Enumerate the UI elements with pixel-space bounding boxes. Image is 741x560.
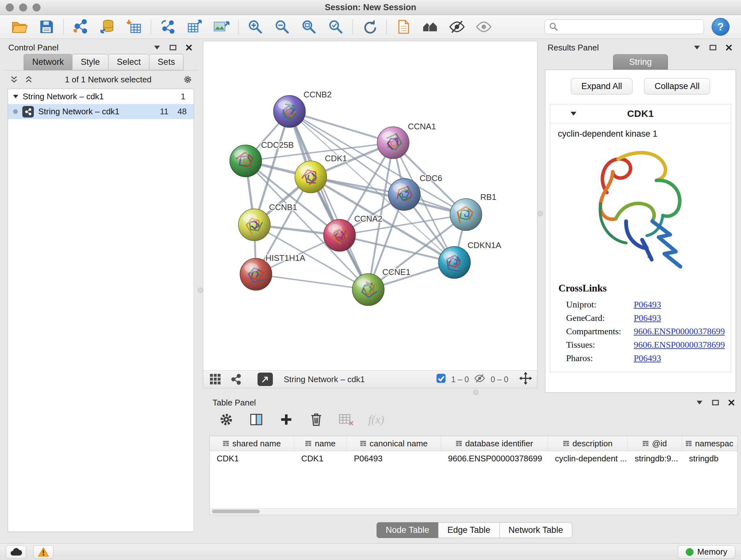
zoom-selected-button[interactable]: [322, 17, 349, 37]
cell-id[interactable]: stringdb:9...: [628, 451, 682, 466]
table-horizontal-scrollbar[interactable]: [210, 508, 737, 514]
gene-section-header[interactable]: CDK1: [550, 105, 731, 123]
tab-node-table[interactable]: Node Table: [377, 522, 439, 538]
warnings-button[interactable]: [33, 545, 54, 559]
network-node-CCNB1[interactable]: CCNB1: [239, 202, 297, 241]
bottom-splitter-handle[interactable]: [473, 390, 478, 395]
collapse-all-button[interactable]: Collapse All: [644, 78, 710, 95]
collection-expand-icon[interactable]: [13, 95, 18, 98]
export-image-button[interactable]: [208, 17, 235, 37]
maximize-window-button[interactable]: [32, 3, 41, 11]
home-button[interactable]: [417, 17, 444, 37]
crosslink-value[interactable]: P06493: [634, 313, 661, 323]
column-header-namespace[interactable]: namespac: [682, 436, 737, 451]
control-panel-close-icon[interactable]: [185, 43, 193, 52]
close-window-button[interactable]: [6, 3, 14, 11]
right-splitter-handle[interactable]: [538, 211, 543, 216]
table-panel-menu-icon[interactable]: [695, 398, 704, 407]
crosslink-value[interactable]: P06493: [634, 300, 661, 310]
crosslink-value[interactable]: 9606.ENSP00000378699: [634, 326, 725, 336]
collapse-all-networks-icon[interactable]: [24, 75, 33, 84]
cell-database-identifier[interactable]: 9606.ENSP00000378699: [441, 451, 548, 466]
expand-all-button[interactable]: Expand All: [571, 78, 633, 95]
control-panel-menu-icon[interactable]: [152, 43, 161, 52]
tab-select[interactable]: Select: [108, 54, 149, 70]
import-network-file-button[interactable]: [67, 17, 94, 37]
refresh-network-button[interactable]: [356, 17, 383, 37]
column-header-name[interactable]: name: [294, 436, 347, 451]
search-input[interactable]: [561, 21, 699, 32]
zoom-out-button[interactable]: [269, 17, 295, 37]
network-graph[interactable]: CCNB2CCNA1CDC25BCDK1CDC6RB1CCNB1CCNA2CDK…: [203, 41, 537, 371]
delete-column-icon[interactable]: [308, 411, 325, 428]
tab-sets[interactable]: Sets: [149, 54, 184, 70]
save-session-button[interactable]: [33, 17, 60, 37]
open-session-button[interactable]: [6, 17, 33, 37]
cloud-button[interactable]: [6, 545, 26, 559]
crosslink-value[interactable]: P06493: [634, 353, 661, 363]
network-collection-row[interactable]: String Network – cdk1 1: [8, 89, 194, 104]
zoom-selected-icon: [328, 19, 343, 35]
results-panel-menu-icon[interactable]: [692, 43, 701, 52]
network-canvas[interactable]: CCNB2CCNA1CDC25BCDK1CDC6RB1CCNB1CCNA2CDK…: [203, 41, 537, 371]
clone-network-button[interactable]: [390, 17, 417, 37]
search-box[interactable]: [544, 19, 704, 34]
import-network-database-button[interactable]: [94, 17, 121, 37]
results-panel-float-icon[interactable]: [709, 43, 718, 52]
table-panel: Table Panel f(x) shared name name canoni…: [207, 396, 741, 544]
zoom-in-button[interactable]: [242, 17, 269, 37]
cell-name[interactable]: CDK1: [294, 451, 347, 466]
open-in-window-button[interactable]: [258, 373, 273, 386]
crosslink-value[interactable]: 9606.ENSP00000378699: [634, 340, 725, 350]
network-node-HIST1H1A[interactable]: HIST1H1A: [240, 253, 306, 290]
column-header-description[interactable]: description: [548, 436, 628, 451]
cell-shared-name[interactable]: CDK1: [210, 451, 294, 466]
memory-button[interactable]: Memory: [678, 545, 735, 559]
show-columns-icon[interactable]: [248, 411, 265, 428]
network-node-CDK1[interactable]: CDK1: [295, 153, 347, 193]
column-header-shared-name[interactable]: shared name: [210, 436, 294, 451]
table-settings-gear-icon[interactable]: [218, 411, 235, 428]
column-header-id[interactable]: @id: [628, 436, 682, 451]
cloud-icon: [10, 547, 22, 557]
selected-checkbox-icon[interactable]: [436, 373, 446, 386]
tab-edge-table[interactable]: Edge Table: [438, 522, 500, 538]
add-column-icon[interactable]: [278, 411, 295, 428]
network-node-CDKN1A[interactable]: CDKN1A: [439, 240, 501, 278]
scrollbar-thumb[interactable]: [212, 509, 260, 513]
cell-namespace[interactable]: stringdb: [682, 451, 737, 466]
hidden-eye-slash-icon[interactable]: [474, 374, 485, 385]
tab-network[interactable]: Network: [23, 54, 72, 70]
network-node-RB1[interactable]: RB1: [450, 192, 496, 231]
results-panel-close-icon[interactable]: [724, 43, 733, 52]
tab-string[interactable]: String: [613, 54, 668, 70]
help-button[interactable]: ?: [712, 18, 730, 36]
birdseye-view-icon[interactable]: [208, 372, 222, 386]
network-from-selection-button[interactable]: [154, 17, 181, 37]
pan-crosshair-icon[interactable]: [519, 372, 532, 387]
tab-style[interactable]: Style: [72, 54, 109, 70]
cell-description[interactable]: cyclin-dependent ...: [548, 451, 628, 466]
table-panel-float-icon[interactable]: [711, 398, 720, 407]
minimize-window-button[interactable]: [19, 3, 27, 11]
hide-selected-button[interactable]: [444, 17, 470, 37]
show-all-button[interactable]: [470, 17, 497, 37]
export-table-button[interactable]: [181, 17, 208, 37]
tab-network-table[interactable]: Network Table: [499, 522, 572, 538]
left-splitter-handle[interactable]: [198, 288, 203, 293]
column-header-database-identifier[interactable]: database identifier: [441, 436, 548, 451]
string-toggle-icon[interactable]: [229, 372, 243, 386]
table-row[interactable]: CDK1 CDK1 P06493 9606.ENSP00000378699 cy…: [210, 451, 738, 466]
network-row[interactable]: String Network – cdk1 11 48: [8, 104, 194, 119]
table-panel-close-icon[interactable]: [727, 398, 736, 407]
expand-all-networks-icon[interactable]: [10, 75, 18, 84]
zoom-fit-button[interactable]: [295, 17, 322, 37]
network-options-gear-icon[interactable]: [183, 75, 192, 84]
cell-canonical-name[interactable]: P06493: [347, 451, 441, 466]
import-table-button[interactable]: [121, 17, 147, 37]
control-panel-float-icon[interactable]: [169, 43, 178, 52]
gene-collapse-icon[interactable]: [570, 112, 576, 116]
column-header-canonical-name[interactable]: canonical name: [347, 436, 441, 451]
network-node-CCNA1[interactable]: CCNA1: [377, 122, 436, 159]
node-label-CCNA1: CCNA1: [408, 122, 436, 131]
